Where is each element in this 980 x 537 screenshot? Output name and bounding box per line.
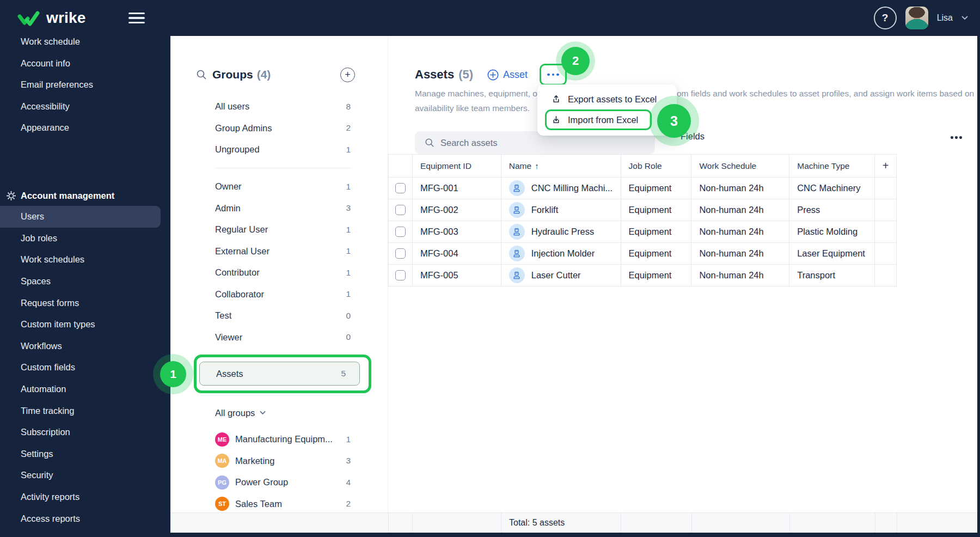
checkbox-cell: [389, 265, 413, 286]
group-label: Sales Team: [235, 499, 282, 509]
description-line2: availability like team members.: [415, 103, 530, 113]
add-column-button[interactable]: +: [875, 155, 897, 178]
column-header-label[interactable]: Name: [509, 161, 531, 171]
asset-name[interactable]: Laser Cutter: [531, 270, 581, 280]
sidebar-item-users[interactable]: Users: [0, 206, 161, 228]
groups-item-admin[interactable]: Admin3: [196, 198, 355, 219]
groups-item-viewer[interactable]: Viewer0: [196, 327, 355, 349]
sidebar-item-email-preferences[interactable]: Email preferences: [0, 74, 170, 96]
assets-item-label: Assets: [216, 369, 243, 379]
sidebar-item-activity-reports[interactable]: Activity reports: [0, 486, 170, 508]
cell-value: Non-human 24h: [699, 227, 763, 237]
row-checkbox[interactable]: [395, 270, 406, 280]
groups-item-ungrouped[interactable]: Ungrouped1: [196, 139, 355, 161]
asset-name[interactable]: Forklift: [531, 205, 559, 215]
sidebar: Work scheduleAccount infoEmail preferenc…: [0, 36, 170, 537]
sidebar-item-job-roles[interactable]: Job roles: [0, 228, 170, 249]
sidebar-item-security[interactable]: Security: [0, 465, 170, 486]
groups-item-external-user[interactable]: External User1: [196, 241, 355, 263]
column-header-label[interactable]: Machine Type: [797, 161, 849, 171]
sidebar-item-custom-item-types[interactable]: Custom item types: [0, 314, 170, 335]
empty-cell: [875, 221, 897, 243]
machine-type-cell: Plastic Molding: [789, 221, 875, 243]
menu-item-import-from-excel[interactable]: Import from Excel: [545, 109, 652, 130]
groups-item-sales-team[interactable]: STSales Team2: [196, 493, 355, 515]
sidebar-nav-list: UsersJob rolesWork schedulesSpacesReques…: [0, 206, 170, 537]
wrike-logo-icon: [17, 10, 41, 26]
groups-item-power-group[interactable]: PGPower Group4: [196, 472, 355, 493]
groups-item-owner[interactable]: Owner1: [196, 176, 355, 198]
name-cell: Hydraulic Press: [501, 221, 621, 243]
column-header-label[interactable]: Work Schedule: [699, 161, 756, 171]
sidebar-item-appearance[interactable]: Appearance: [0, 117, 170, 139]
groups-item-collaborator[interactable]: Collaborator1: [196, 284, 355, 306]
table-row: MFG-001CNC Milling Machi...EquipmentNon-…: [389, 178, 897, 199]
sidebar-section-account-management[interactable]: Account management: [0, 185, 170, 206]
sidebar-item-time-tracking[interactable]: Time tracking: [0, 400, 170, 422]
sidebar-item-label: Workflows: [21, 341, 62, 351]
table-row: MFG-004Injection MolderEquipmentNon-huma…: [389, 243, 897, 265]
table-row: MFG-005Laser CutterEquipmentNon-human 24…: [389, 265, 897, 286]
machine-type-cell: Transport: [789, 265, 875, 286]
plus-circle-icon: [487, 69, 499, 81]
sidebar-item-settings[interactable]: Settings: [0, 443, 170, 465]
sidebar-item-accessibility[interactable]: Accessibility: [0, 96, 170, 118]
chevron-down-icon[interactable]: [961, 16, 968, 20]
group-count: 1: [346, 225, 351, 235]
row-checkbox[interactable]: [395, 205, 406, 215]
groups-item-manufacturing-equipm[interactable]: MEManufacturing Equipm...1: [196, 429, 355, 450]
add-group-button[interactable]: +: [340, 68, 355, 82]
groups-item-assets[interactable]: Assets 5: [199, 362, 360, 386]
row-checkbox[interactable]: [395, 248, 406, 259]
help-icon[interactable]: ?: [874, 7, 897, 29]
sidebar-item-custom-fields[interactable]: Custom fields: [0, 357, 170, 379]
work-schedule-cell: Non-human 24h: [691, 265, 789, 286]
table-options-button[interactable]: [951, 136, 962, 139]
groups-item-all-users[interactable]: All users8: [196, 96, 355, 118]
cell-value: MFG-004: [420, 248, 458, 259]
column-header-label[interactable]: Job Role: [629, 161, 662, 171]
footer-cell: [413, 513, 501, 533]
sidebar-item-work-schedules[interactable]: Work schedules: [0, 249, 170, 271]
all-groups-label: All groups: [215, 408, 255, 418]
asset-name[interactable]: Injection Molder: [531, 248, 595, 259]
search-input[interactable]: [440, 138, 620, 148]
groups-item-test[interactable]: Test0: [196, 305, 355, 327]
annotation-step-2: 2: [556, 41, 595, 81]
sidebar-item-workflows[interactable]: Workflows: [0, 335, 170, 357]
column-header-label[interactable]: Equipment ID: [420, 161, 471, 171]
row-checkbox[interactable]: [395, 227, 406, 237]
wrike-admin-screen: wrike ? Lisa Work scheduleAccount infoEm…: [0, 0, 980, 537]
sidebar-item-spaces[interactable]: Spaces: [0, 271, 170, 292]
sidebar-item-access-reports[interactable]: Access reports: [0, 508, 170, 529]
asset-name[interactable]: Hydraulic Press: [531, 227, 595, 237]
sidebar-item-automation[interactable]: Automation: [0, 379, 170, 400]
asset-name[interactable]: CNC Milling Machi...: [531, 183, 612, 193]
all-groups-toggle[interactable]: All groups: [215, 403, 266, 423]
row-checkbox[interactable]: [395, 183, 406, 193]
wrike-logo[interactable]: wrike: [17, 9, 86, 27]
search-icon[interactable]: [196, 69, 207, 80]
groups-item-marketing[interactable]: MAMarketing3: [196, 450, 355, 472]
groups-item-regular-user[interactable]: Regular User1: [196, 219, 355, 241]
sidebar-item-label: Account info: [21, 58, 70, 69]
groups-divider: [215, 168, 351, 168]
add-asset-button[interactable]: Asset: [487, 69, 528, 81]
group-count: 3: [346, 456, 351, 466]
groups-item-group-admins[interactable]: Group Admins2: [196, 118, 355, 139]
user-name[interactable]: Lisa: [937, 13, 953, 23]
group-count: 1: [346, 268, 351, 278]
footer-cell: [389, 513, 413, 533]
sidebar-item-subscription[interactable]: Subscription: [0, 422, 170, 443]
group-label: Ungrouped: [215, 144, 260, 155]
avatar[interactable]: [905, 7, 928, 29]
sidebar-item-request-forms[interactable]: Request forms: [0, 292, 170, 314]
hamburger-menu-icon[interactable]: [128, 13, 145, 23]
sidebar-item-label: Work schedules: [21, 254, 84, 265]
groups-item-contributor[interactable]: Contributor1: [196, 262, 355, 284]
group-count: 1: [346, 182, 351, 192]
checkbox-cell: [389, 199, 413, 221]
sidebar-item-account-info[interactable]: Account info: [0, 53, 170, 75]
cell-value: MFG-002: [420, 205, 458, 215]
sidebar-item-label: Subscription: [21, 427, 70, 437]
